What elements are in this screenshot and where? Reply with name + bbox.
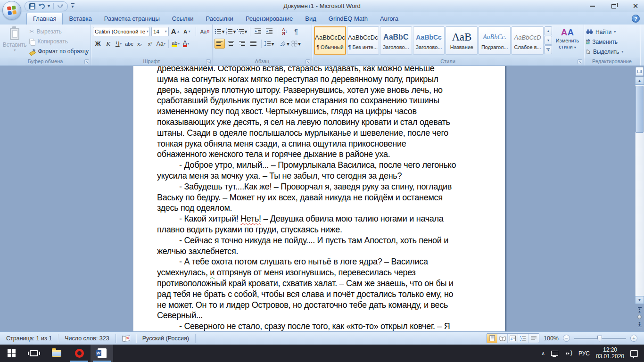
tab-mailings[interactable]: Рассылки (200, 13, 239, 25)
undo-dropdown-icon[interactable]: ▾ (48, 4, 50, 8)
proofing-indicator[interactable] (116, 334, 136, 343)
highlight-button[interactable]: ab▾ (171, 39, 181, 49)
save-icon[interactable] (29, 3, 35, 9)
style-heading2[interactable]: АаBbСс Заголово... (413, 26, 445, 55)
scrollbar-thumb[interactable] (636, 86, 644, 133)
draft-view-icon[interactable] (528, 334, 539, 343)
style-heading1[interactable]: АаBbС Заголово... (380, 26, 412, 55)
minimize-button[interactable] (588, 2, 596, 10)
style-subtitle[interactable]: АаBbСс. Подзагол... (479, 26, 511, 55)
zoom-slider[interactable] (574, 336, 626, 341)
help-icon[interactable]: ? (632, 15, 640, 23)
style-title[interactable]: АаВ Название (446, 26, 478, 55)
align-center-button[interactable] (226, 39, 236, 49)
file-explorer-button[interactable] (45, 345, 68, 362)
paste-dropdown-icon[interactable]: ▾ (14, 48, 16, 52)
italic-button[interactable]: К (103, 39, 113, 49)
styles-dialog-launcher-icon[interactable]: ↘ (578, 59, 582, 64)
document-page[interactable]: дребезжанием. Осторожно встав, стараясь … (133, 66, 505, 331)
hidden-icons-chevron-icon[interactable]: ∧ (542, 351, 545, 356)
subscript-button[interactable]: x₂ (135, 39, 145, 49)
office-button[interactable] (2, 1, 21, 20)
input-language-indicator[interactable]: РУС (578, 350, 590, 357)
replace-button[interactable]: abac Заменить (586, 37, 638, 46)
copy-button[interactable]: Копировать (29, 37, 89, 46)
speaker-icon[interactable] (565, 350, 572, 356)
change-case-button[interactable]: Аа▾ (156, 39, 166, 49)
align-right-button[interactable] (237, 39, 248, 49)
zoom-level[interactable]: 100% (544, 335, 559, 342)
styles-scroll-down-icon[interactable]: ▼ (545, 36, 552, 45)
scroll-down-icon[interactable]: ▼ (635, 296, 644, 304)
change-styles-button[interactable]: АА Изменить стили ▾ (553, 26, 582, 50)
tab-grindeq-math[interactable]: GrindEQ Math (322, 13, 374, 25)
decrease-indent-button[interactable] (253, 26, 263, 36)
font-size-dropdown-icon[interactable]: ▾ (164, 29, 167, 33)
clear-formatting-button[interactable]: Аа (199, 26, 210, 36)
align-left-button[interactable] (215, 39, 225, 49)
format-painter-button[interactable]: Формат по образцу (29, 47, 89, 56)
sort-button[interactable]: АЯ↓ (280, 26, 290, 36)
tab-aurora[interactable]: Aurora (374, 13, 405, 25)
print-layout-view-icon[interactable] (487, 334, 497, 343)
redo-icon[interactable] (57, 3, 63, 9)
zoom-slider-thumb[interactable] (597, 336, 602, 342)
font-dialog-launcher-icon[interactable]: ↘ (206, 59, 211, 64)
shading-button[interactable]: ▾ (280, 39, 290, 49)
show-marks-button[interactable]: ¶ (291, 26, 301, 36)
zoom-in-icon[interactable]: + (630, 335, 637, 342)
word-count-indicator[interactable]: Число слов: 323 (58, 334, 116, 343)
superscript-button[interactable]: x² (145, 39, 155, 49)
clock[interactable]: 12:20 03.01.2020 (596, 347, 624, 360)
font-size-combo[interactable]: 14 ▾ (151, 27, 169, 36)
find-button[interactable]: Найти▾ (586, 27, 638, 36)
grow-font-button[interactable]: А▲ (171, 26, 181, 36)
numbering-button[interactable]: 123▾ (226, 26, 236, 36)
strikethrough-button[interactable]: abc (124, 39, 134, 49)
style-normal[interactable]: АаBbCcDc ¶ Обычный (314, 26, 346, 55)
font-color-dropdown-icon[interactable]: ▾ (188, 42, 190, 46)
justify-button[interactable] (248, 39, 259, 49)
underline-button[interactable]: Ч▾ (114, 39, 124, 49)
customize-qat-icon[interactable]: ▾ (71, 3, 74, 9)
close-button[interactable]: ✕ (632, 2, 639, 10)
next-page-icon[interactable]: ▼▼ (636, 321, 643, 328)
line-spacing-button[interactable]: ▾ (264, 39, 274, 49)
paragraph-dialog-launcher-icon[interactable]: ↘ (305, 59, 310, 64)
zoom-out-icon[interactable]: − (563, 335, 570, 342)
style-no-spacing[interactable]: АаBbCcDc ¶ Без инте... (347, 26, 379, 55)
increase-indent-button[interactable] (264, 26, 274, 36)
styles-scroll-up-icon[interactable]: ▲ (545, 26, 552, 35)
full-screen-reading-view-icon[interactable] (497, 334, 508, 343)
start-button[interactable] (0, 345, 23, 362)
ruler-toggle-icon[interactable] (636, 67, 644, 76)
select-button[interactable]: Выделить▾ (586, 47, 638, 56)
font-color-button[interactable]: А▾ (181, 39, 191, 49)
borders-button[interactable]: ▾ (291, 39, 301, 49)
tab-insert[interactable]: Вставка (63, 13, 98, 25)
tab-page-layout[interactable]: Разметка страницы (98, 13, 166, 25)
undo-icon[interactable] (39, 3, 46, 9)
network-icon[interactable] (551, 351, 559, 356)
opera-button[interactable] (68, 345, 91, 362)
underline-dropdown-icon[interactable]: ▾ (120, 42, 122, 46)
clipboard-dialog-launcher-icon[interactable]: ↘ (84, 59, 89, 64)
web-layout-view-icon[interactable] (508, 334, 518, 343)
page-indicator[interactable]: Страница: 1 из 1 (0, 334, 58, 343)
language-indicator[interactable]: Русский (Россия) (136, 334, 196, 343)
restore-button[interactable] (610, 2, 618, 10)
style-subtle-emphasis[interactable]: АаBbСсD Слабое в... (512, 26, 544, 55)
tab-review[interactable]: Рецензирование (239, 13, 299, 25)
highlight-dropdown-icon[interactable]: ▾ (178, 42, 180, 46)
task-view-button[interactable] (23, 345, 45, 362)
outline-view-icon[interactable] (518, 334, 528, 343)
action-center-icon[interactable] (630, 350, 638, 357)
bullets-button[interactable]: ▾ (215, 26, 225, 36)
cut-button[interactable]: ✂ Вырезать (29, 27, 89, 36)
bold-button[interactable]: Ж (93, 39, 103, 49)
styles-gallery-expand-icon[interactable]: ▼ (545, 45, 552, 54)
font-name-combo[interactable]: Calibri (Основной те ▾ (93, 27, 149, 36)
tab-references[interactable]: Ссылки (166, 13, 200, 25)
tab-home[interactable]: Главная (26, 13, 63, 25)
previous-page-icon[interactable]: ▲▲ (636, 306, 643, 313)
